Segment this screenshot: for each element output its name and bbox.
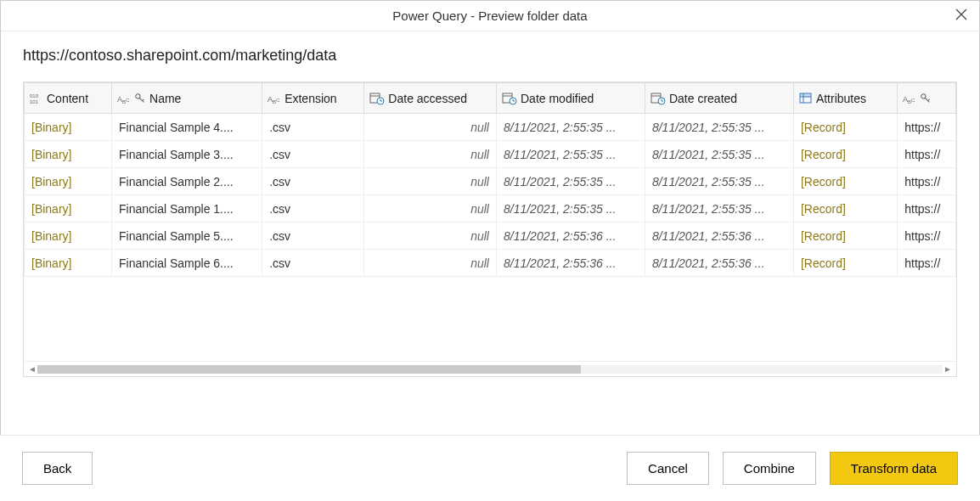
col-attributes[interactable]: Attributes <box>793 83 897 114</box>
cell-date-created: 8/11/2021, 2:55:35 ... <box>645 141 793 168</box>
cell-extension: .csv <box>262 195 364 222</box>
cell-folder-path: https:// <box>898 222 956 250</box>
cell-date-created: 8/11/2021, 2:55:35 ... <box>645 168 793 195</box>
svg-text:010: 010 <box>30 93 39 99</box>
cell-date-modified: 8/11/2021, 2:55:35 ... <box>496 114 645 141</box>
dialog-footer: Back Cancel Combine Transform data <box>0 435 980 501</box>
calendar-clock-icon <box>651 92 666 105</box>
cell-content[interactable]: [Binary] <box>25 141 112 168</box>
combine-button[interactable]: Combine <box>723 452 816 485</box>
header-row: 010101 Content ABC <box>25 83 956 114</box>
table-row[interactable]: [Binary]Financial Sample 6.....csvnull8/… <box>25 250 956 277</box>
cell-name: Financial Sample 5.... <box>112 222 262 250</box>
key-icon <box>134 93 146 104</box>
cell-date-accessed: null <box>364 195 497 222</box>
cell-attributes[interactable]: [Record] <box>793 114 897 141</box>
window-title: Power Query - Preview folder data <box>392 8 587 23</box>
col-extension[interactable]: ABC Extension <box>262 83 364 114</box>
cell-date-created: 8/11/2021, 2:55:36 ... <box>645 222 793 250</box>
svg-text:C: C <box>126 98 130 103</box>
svg-text:101: 101 <box>30 99 39 104</box>
cell-date-modified: 8/11/2021, 2:55:36 ... <box>496 222 645 250</box>
text-type-icon: ABC <box>268 92 281 105</box>
horizontal-scrollbar[interactable]: ◄ ► <box>24 361 956 376</box>
cell-date-accessed: null <box>364 168 497 195</box>
cell-date-modified: 8/11/2021, 2:55:35 ... <box>496 141 645 168</box>
cell-content[interactable]: [Binary] <box>25 195 112 222</box>
cell-name: Financial Sample 2.... <box>112 168 262 195</box>
cell-extension: .csv <box>262 141 364 168</box>
cell-content[interactable]: [Binary] <box>25 250 112 277</box>
cell-date-modified: 8/11/2021, 2:55:36 ... <box>496 250 645 277</box>
transform-data-button[interactable]: Transform data <box>830 452 958 485</box>
preview-table: 010101 Content ABC <box>23 82 957 377</box>
svg-text:C: C <box>911 98 915 103</box>
table-type-icon <box>799 92 813 105</box>
table-row[interactable]: [Binary]Financial Sample 1.....csvnull8/… <box>25 195 956 222</box>
content-area: https://contoso.sharepoint.com/marketing… <box>1 31 979 377</box>
cell-date-modified: 8/11/2021, 2:55:35 ... <box>496 168 645 195</box>
col-date-modified[interactable]: Date modified <box>496 83 645 114</box>
scroll-right-icon[interactable]: ► <box>943 364 953 374</box>
titlebar: Power Query - Preview folder data <box>1 1 979 31</box>
cell-name: Financial Sample 6.... <box>112 250 262 277</box>
cell-date-created: 8/11/2021, 2:55:35 ... <box>645 114 793 141</box>
cell-name: Financial Sample 1.... <box>112 195 262 222</box>
cell-attributes[interactable]: [Record] <box>793 222 897 250</box>
cell-folder-path: https:// <box>898 168 956 195</box>
cell-attributes[interactable]: [Record] <box>793 168 897 195</box>
folder-url: https://contoso.sharepoint.com/marketing… <box>23 47 957 65</box>
cancel-button[interactable]: Cancel <box>627 452 709 485</box>
cell-content[interactable]: [Binary] <box>25 114 112 141</box>
cell-date-created: 8/11/2021, 2:55:35 ... <box>645 195 793 222</box>
svg-text:C: C <box>276 98 280 103</box>
cell-date-accessed: null <box>364 222 497 250</box>
cell-folder-path: https:// <box>898 141 956 168</box>
cell-extension: .csv <box>262 222 364 250</box>
cell-extension: .csv <box>262 250 364 277</box>
cell-folder-path: https:// <box>898 114 956 141</box>
cell-folder-path: https:// <box>898 250 956 277</box>
cell-extension: .csv <box>262 168 364 195</box>
table-row[interactable]: [Binary]Financial Sample 4.....csvnull8/… <box>25 114 956 141</box>
col-name[interactable]: ABC Name <box>112 83 262 114</box>
cell-content[interactable]: [Binary] <box>25 168 112 195</box>
calendar-clock-icon <box>502 92 517 105</box>
table-row[interactable]: [Binary]Financial Sample 2.....csvnull8/… <box>25 168 956 195</box>
text-type-icon: ABC <box>117 92 131 105</box>
cell-name: Financial Sample 3.... <box>112 141 262 168</box>
cell-date-accessed: null <box>364 141 497 168</box>
cell-date-accessed: null <box>364 114 497 141</box>
cell-attributes[interactable]: [Record] <box>793 195 897 222</box>
cell-date-created: 8/11/2021, 2:55:36 ... <box>645 250 793 277</box>
key-icon <box>920 93 932 104</box>
col-date-accessed[interactable]: Date accessed <box>364 83 497 114</box>
cell-attributes[interactable]: [Record] <box>793 250 897 277</box>
scroll-track[interactable] <box>37 365 943 374</box>
cell-extension: .csv <box>262 114 364 141</box>
col-date-created[interactable]: Date created <box>645 83 793 114</box>
col-content[interactable]: 010101 Content <box>25 83 112 114</box>
back-button[interactable]: Back <box>22 452 93 485</box>
text-type-icon: ABC <box>903 92 916 105</box>
calendar-clock-icon <box>369 92 385 105</box>
cell-attributes[interactable]: [Record] <box>793 141 897 168</box>
binary-type-icon: 010101 <box>30 92 43 105</box>
cell-date-accessed: null <box>364 250 497 277</box>
scroll-left-icon[interactable]: ◄ <box>27 364 37 374</box>
close-icon[interactable] <box>955 8 967 23</box>
col-folder-path[interactable]: ABC <box>898 83 956 114</box>
cell-name: Financial Sample 4.... <box>112 114 262 141</box>
cell-date-modified: 8/11/2021, 2:55:35 ... <box>496 195 645 222</box>
cell-folder-path: https:// <box>898 195 956 222</box>
cell-content[interactable]: [Binary] <box>25 222 112 250</box>
svg-rect-21 <box>800 93 811 97</box>
table-row[interactable]: [Binary]Financial Sample 5.....csvnull8/… <box>25 222 956 250</box>
table-row[interactable]: [Binary]Financial Sample 3.....csvnull8/… <box>25 141 956 168</box>
scroll-thumb[interactable] <box>37 365 581 374</box>
